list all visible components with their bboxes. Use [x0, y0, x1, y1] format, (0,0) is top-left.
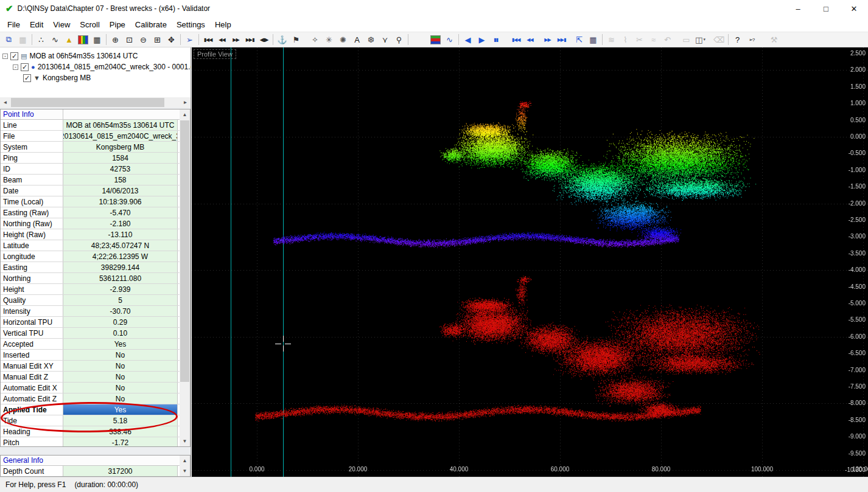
close-button[interactable]: ✕ [840, 0, 868, 17]
display-points-icon[interactable]: ∴ [34, 33, 48, 46]
point-info-value[interactable]: No [63, 383, 178, 393]
point-info-value[interactable]: 20130614_0815_em2040C_wreck_3 [63, 131, 178, 141]
tree-item-label[interactable]: 20130614_0815_em2040C_wreck_300 - 0001.q [38, 63, 191, 71]
menu-help[interactable]: Help [210, 17, 236, 32]
point-info-value[interactable]: 158 [63, 175, 178, 185]
menu-file[interactable]: File [2, 17, 25, 32]
tree-checkbox[interactable]: ✓ [21, 63, 29, 71]
scroll-right-icon[interactable]: ► [180, 97, 191, 108]
scroll-left-icon[interactable]: ◄ [0, 97, 10, 108]
menu-scroll[interactable]: Scroll [75, 17, 105, 32]
point-info-value[interactable]: No [63, 393, 178, 404]
swath-range-icon[interactable]: ◀▮▶ [257, 33, 271, 46]
spray-small-icon[interactable]: ✧ [308, 33, 322, 46]
profile-line-icon[interactable]: ∿ [443, 33, 457, 46]
last-swath-icon[interactable]: ▶▶▮ [243, 33, 257, 46]
zoom-window-icon[interactable]: ⊡ [122, 33, 136, 46]
applied-tide-value[interactable]: Yes [63, 404, 178, 415]
maximize-button[interactable]: □ [812, 0, 840, 17]
last-profile-icon[interactable]: ▶▶▮ [555, 33, 569, 46]
point-info-value[interactable]: 14/06/2013 [63, 185, 178, 196]
point-info-scrollbar[interactable]: ▲ ▼ [180, 109, 190, 446]
tree-expander[interactable]: - [2, 54, 8, 59]
play-forward-icon[interactable]: ▶ [475, 33, 489, 46]
point-info-value[interactable]: 5361211.080 [63, 273, 178, 283]
pick-point-icon[interactable]: ➢ [183, 33, 197, 46]
menu-pipe[interactable]: Pipe [105, 17, 130, 32]
menu-edit[interactable]: Edit [25, 17, 48, 32]
scroll-down-icon[interactable]: ▼ [180, 466, 190, 476]
zoom-extents-icon[interactable]: ⊞ [150, 33, 164, 46]
point-cloud-canvas[interactable] [192, 47, 868, 477]
percent-dropdown[interactable]: ◫▾ [693, 33, 707, 46]
grid-icon[interactable]: ▦ [90, 33, 104, 46]
general-info-scrollbar[interactable]: ▲ ▼ [180, 456, 190, 476]
zoom-out-icon[interactable]: ⊖ [136, 33, 150, 46]
anchor-icon[interactable]: ⚓ [275, 33, 289, 46]
next-swath-icon[interactable]: ▶▶ [229, 33, 243, 46]
edit-grid-icon[interactable]: ▦ [586, 33, 600, 46]
tree-item[interactable]: -✓▤MOB at 06h54m35s 130614 UTC [0, 50, 191, 61]
spray-medium-icon[interactable]: ✳ [322, 33, 336, 46]
point-info-value[interactable]: -5.470 [63, 207, 178, 218]
point-info-value[interactable]: MOB at 06h54m35s 130614 UTC [63, 120, 178, 130]
annotation-icon[interactable]: A [350, 33, 364, 46]
point-info-value[interactable]: 0.10 [63, 328, 178, 338]
menu-settings[interactable]: Settings [172, 17, 210, 32]
point-info-value[interactable]: 4;22;26.12395 W [63, 251, 178, 262]
tree-item[interactable]: ✓▼Kongsberg MB [0, 72, 191, 83]
prev-profile-icon[interactable]: ◀◀ [523, 33, 537, 46]
tree-item[interactable]: -✓●20130614_0815_em2040C_wreck_300 - 000… [0, 61, 191, 72]
filter-funnel-icon[interactable]: ⋎ [378, 33, 392, 46]
prev-swath-icon[interactable]: ◀◀ [215, 33, 229, 46]
tree-item-label[interactable]: MOB at 06h54m35s 130614 UTC [29, 52, 138, 60]
color-layers-icon[interactable] [430, 35, 441, 44]
display-solid-icon[interactable]: ▲ [62, 33, 76, 46]
menu-calibrate[interactable]: Calibrate [130, 17, 172, 32]
point-info-value[interactable]: Kongsberg MB [63, 142, 178, 152]
display-profile-icon[interactable]: ∿ [48, 33, 62, 46]
tree-checkbox[interactable]: ✓ [10, 52, 18, 60]
scroll-down-icon[interactable]: ▼ [180, 436, 190, 446]
play-back-icon[interactable]: ◀ [461, 33, 475, 46]
copy-view-icon[interactable]: ⧉ [2, 33, 16, 46]
pause-icon[interactable]: ▮▮ [489, 33, 503, 46]
scrollbar-thumb[interactable] [11, 98, 164, 107]
scrollbar-thumb[interactable] [180, 120, 189, 382]
context-help-icon[interactable]: ➢? [744, 33, 758, 46]
point-info-value[interactable]: 398299.144 [63, 262, 178, 272]
spray-large-icon[interactable]: ✺ [336, 33, 350, 46]
point-info-value[interactable]: 10:18:39.906 [63, 196, 178, 207]
minimize-button[interactable]: – [784, 0, 812, 17]
point-info-value[interactable]: 5.18 [63, 415, 178, 426]
help-icon[interactable]: ? [730, 33, 744, 46]
tree-horizontal-scrollbar[interactable]: ◄ ► [0, 97, 191, 108]
point-info-value[interactable]: -1.72 [63, 437, 178, 447]
point-info-value[interactable]: -30.70 [63, 306, 178, 316]
point-info-value[interactable]: -2.180 [63, 218, 178, 229]
point-info-value[interactable]: 5 [63, 295, 178, 305]
point-info-value[interactable]: -13.110 [63, 229, 178, 240]
first-swath-icon[interactable]: ▮◀◀ [201, 33, 215, 46]
pin-icon[interactable]: ⚲ [392, 33, 406, 46]
goto-profile-icon[interactable]: ⇱ [572, 33, 586, 46]
zoom-in-icon[interactable]: ⊕ [108, 33, 122, 46]
scroll-up-icon[interactable]: ▲ [180, 109, 190, 120]
flag-icon[interactable]: ⚑ [289, 33, 303, 46]
tree-expander[interactable]: - [13, 64, 18, 70]
next-profile-icon[interactable]: ▶▶ [541, 33, 555, 46]
point-info-value[interactable]: 338.46 [63, 426, 178, 437]
menu-view[interactable]: View [48, 17, 75, 32]
point-info-value[interactable]: 0.29 [63, 317, 178, 327]
point-info-value[interactable]: Yes [63, 339, 178, 349]
point-info-value[interactable]: 42753 [63, 164, 178, 174]
point-info-value[interactable]: 48;23;45.07247 N [63, 240, 178, 251]
tree-checkbox[interactable]: ✓ [23, 74, 31, 82]
point-info-value[interactable]: No [63, 372, 178, 382]
point-info-value[interactable]: No [63, 361, 178, 371]
pan-icon[interactable]: ✥ [164, 33, 178, 46]
scroll-up-icon[interactable]: ▲ [180, 456, 190, 466]
color-scale-icon[interactable] [78, 35, 88, 44]
point-info-value[interactable]: No [63, 350, 178, 360]
first-profile-icon[interactable]: ▮◀◀ [509, 33, 523, 46]
